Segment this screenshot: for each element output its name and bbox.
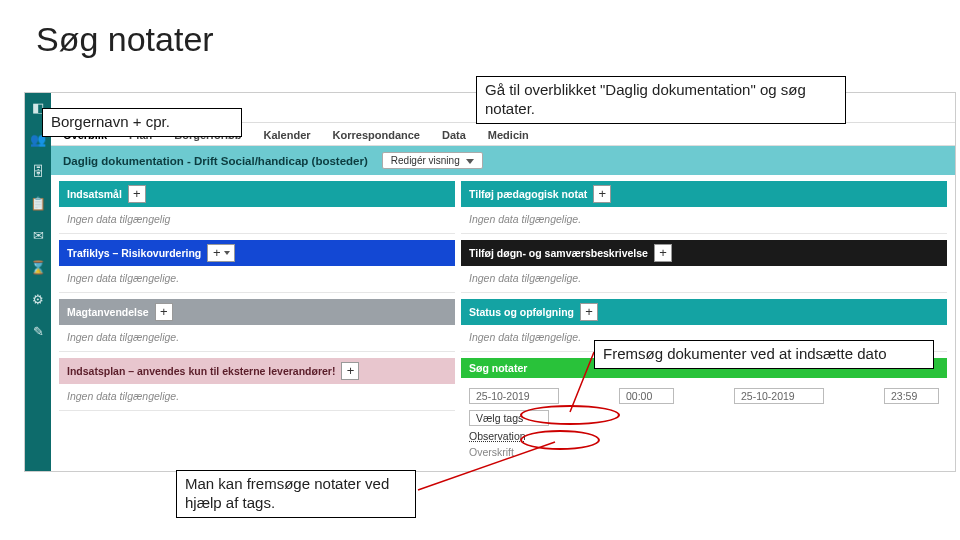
card-paed-notat-header: Tilføj pædagogisk notat + [461, 181, 947, 207]
callout-borgernavn: Borgernavn + cpr. [42, 108, 242, 137]
edit-view-button[interactable]: Redigér visning [382, 152, 483, 169]
card-title: Tilføj døgn- og samværsbeskrivelse [469, 247, 648, 259]
callout-overblik: Gå til overblikket "Daglig dokumentation… [476, 76, 846, 124]
add-button[interactable]: + [155, 303, 173, 321]
app-window: ◧ 👥 🗄 📋 ✉ ⌛ ⚙ ✎ Overblik Plan Borgerforl… [24, 92, 956, 472]
tab-korrespondance[interactable]: Korrespondance [333, 129, 420, 141]
briefcase-icon[interactable]: 🗄 [30, 163, 46, 179]
main-area: Overblik Plan Borgerforløb Kalender Korr… [51, 93, 955, 471]
card-title: Magtanvendelse [67, 306, 149, 318]
card-title: Indsatsmål [67, 188, 122, 200]
add-button[interactable]: + [341, 362, 359, 380]
card-title: Status og opfølgning [469, 306, 574, 318]
mail-icon[interactable]: ✉ [30, 227, 46, 243]
to-date-input[interactable]: 25-10-2019 [734, 388, 824, 404]
tab-data[interactable]: Data [442, 129, 466, 141]
from-date-input[interactable]: 25-10-2019 [469, 388, 559, 404]
card-trafiklys-header: Trafiklys – Risikovurdering + [59, 240, 455, 266]
card-status-header: Status og opfølgning + [461, 299, 947, 325]
callout-tags: Man kan fremsøge notater ved hjælp af ta… [176, 470, 416, 518]
page-title: Søg notater [36, 20, 214, 59]
card-title: Søg notater [469, 362, 527, 374]
tags-select[interactable]: Vælg tags [469, 410, 549, 426]
card-body: Ingen data tilgængelige. [59, 384, 455, 411]
from-time-input[interactable]: 00:00 [619, 388, 674, 404]
card-title: Tilføj pædagogisk notat [469, 188, 587, 200]
hourglass-icon[interactable]: ⌛ [30, 259, 46, 275]
card-indsatsmal-header: Indsatsmål + [59, 181, 455, 207]
add-button[interactable]: + [593, 185, 611, 203]
card-magt-header: Magtanvendelse + [59, 299, 455, 325]
tab-kalender[interactable]: Kalender [264, 129, 311, 141]
add-button[interactable]: + [580, 303, 598, 321]
card-body: Ingen data tilgængelige. [461, 266, 947, 293]
settings-icon[interactable]: ⚙ [30, 291, 46, 307]
clipboard-icon[interactable]: 📋 [30, 195, 46, 211]
card-title: Indsatsplan – anvendes kun til eksterne … [67, 365, 335, 377]
search-body: 25-10-2019 00:00 25-10-2019 23:59 Vælg t… [461, 378, 947, 466]
callout-dato: Fremsøg dokumenter ved at indsætte dato [594, 340, 934, 369]
add-button[interactable]: + [128, 185, 146, 203]
card-body: Ingen data tilgængelige. [59, 325, 455, 352]
edit-icon[interactable]: ✎ [30, 323, 46, 339]
card-dogn-header: Tilføj døgn- og samværsbeskrivelse + [461, 240, 947, 266]
card-body: Ingen data tilgængelige. [59, 266, 455, 293]
observation-filter[interactable]: Observation [469, 430, 939, 442]
to-time-input[interactable]: 23:59 [884, 388, 939, 404]
card-indsatsplan-header: Indsatsplan – anvendes kun til eksterne … [59, 358, 455, 384]
view-title: Daglig dokumentation - Drift Social/hand… [63, 155, 368, 167]
left-rail: ◧ 👥 🗄 📋 ✉ ⌛ ⚙ ✎ [25, 93, 51, 471]
add-button[interactable]: + [654, 244, 672, 262]
right-column: Tilføj pædagogisk notat + Ingen data til… [461, 181, 947, 471]
left-column: Indsatsmål + Ingen data tilgængelig Traf… [59, 181, 455, 471]
add-dropdown-button[interactable]: + [207, 244, 235, 262]
card-title: Trafiklys – Risikovurdering [67, 247, 201, 259]
card-body: Ingen data tilgængelige. [461, 207, 947, 234]
tab-medicin[interactable]: Medicin [488, 129, 529, 141]
overskrift-label: Overskrift [469, 446, 939, 458]
view-header: Daglig dokumentation - Drift Social/hand… [51, 146, 955, 175]
card-body: Ingen data tilgængelig [59, 207, 455, 234]
